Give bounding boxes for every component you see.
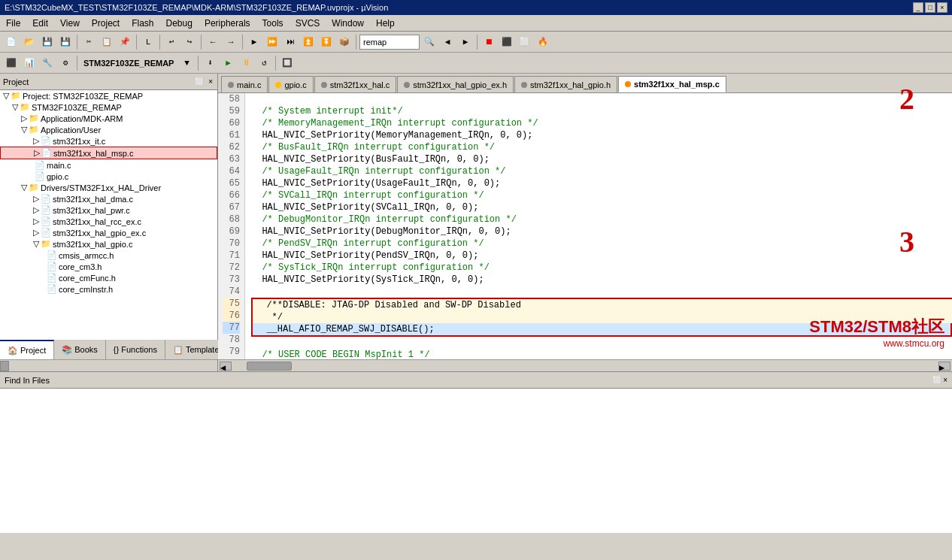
tree-stm32f1xx-it[interactable]: ▷ 📄 stm32f1xx_it.c [0, 135, 217, 147]
tab-hal-gpio-h[interactable]: stm32f1xx_hal_gpio.h [514, 76, 617, 92]
close-btn[interactable]: × [937, 2, 947, 13]
hscroll-right-btn[interactable]: ▶ [938, 362, 950, 371]
save-btn[interactable]: 💾 [39, 34, 56, 50]
tab-hal[interactable]: stm32f1xx_hal.c [314, 76, 396, 92]
tree-gpio[interactable]: 📄 gpio.c [0, 171, 217, 182]
tree-label: stm32f1xx_hal_dma.c [53, 195, 133, 204]
t2-sep3 [275, 56, 276, 71]
tree-main-project[interactable]: ▽ 📁 STM32F103ZE_REMAP [0, 101, 217, 113]
tree-core-cm3[interactable]: 📄 core_cm3.h [0, 261, 217, 272]
menu-tools[interactable]: Tools [259, 17, 287, 30]
nav-back-btn[interactable]: ← [205, 34, 221, 50]
tree-cmsis-armcc[interactable]: 📄 cmsis_armcc.h [0, 250, 217, 261]
search-input[interactable] [359, 35, 420, 50]
menu-edit[interactable]: Edit [29, 17, 51, 30]
t2-go-btn[interactable]: ▶ [220, 55, 236, 71]
tree-project-root[interactable]: ▽ 📁 Project: STM32F103ZE_REMAP [0, 90, 217, 101]
debug-btn[interactable]: ⬛ [499, 34, 515, 50]
copy-btn[interactable]: 📋 [99, 34, 115, 50]
t2-btn2[interactable]: 📊 [21, 55, 38, 71]
debug3-btn[interactable]: 🔥 [535, 34, 551, 50]
target-dropdown-btn[interactable]: ▼ [178, 55, 195, 71]
project-panel-undock[interactable]: ⬜ [193, 77, 205, 86]
tree-hal-gpio[interactable]: ▽ 📁 stm32f1xx_hal_gpio.c [0, 238, 217, 250]
menu-flash[interactable]: Flash [129, 17, 156, 30]
tree-hal-gpio-ex[interactable]: ▷ 📄 stm32f1xx_hal_gpio_ex.c [0, 227, 217, 238]
tab-books[interactable]: 📚 Books [54, 340, 106, 359]
hscroll-thumb[interactable] [247, 362, 292, 371]
menu-help[interactable]: Help [373, 17, 398, 30]
btn1[interactable]: ▶ [246, 34, 262, 50]
project-panel-close[interactable]: × [207, 77, 214, 86]
t2-btn1[interactable]: ⬛ [3, 55, 20, 71]
tree-stm32f1xx-hal-msp[interactable]: ▷ 📄 stm32f1xx_hal_msp.c [0, 147, 217, 159]
tree-main[interactable]: 📄 main.c [0, 159, 217, 171]
tree-mdk-arm[interactable]: ▷ 📁 Application/MDK-ARM [0, 113, 217, 124]
debug2-btn[interactable]: ⬜ [517, 34, 533, 50]
tab-hal-gpio-ex-h[interactable]: stm32f1xx_hal_gpio_ex.h [397, 76, 514, 92]
cut-btn[interactable]: ✂ [80, 34, 97, 50]
find-panel-undock[interactable]: ⬜ [932, 376, 941, 384]
menu-file[interactable]: File [3, 17, 23, 30]
tree-hal-pwr[interactable]: ▷ 📄 stm32f1xx_hal_pwr.c [0, 204, 217, 216]
save-all-btn[interactable]: 💾 [57, 34, 74, 50]
menu-view[interactable]: View [57, 17, 83, 30]
minimize-btn[interactable]: _ [913, 2, 923, 13]
folder-icon: 📁 [29, 125, 39, 135]
btn5[interactable]: ⏬ [318, 34, 335, 50]
btn3[interactable]: ⏭ [282, 34, 299, 50]
logo-btn[interactable]: L [140, 34, 156, 50]
menu-debug[interactable]: Debug [163, 17, 196, 30]
menu-project[interactable]: Project [89, 17, 123, 30]
tree-hal-driver[interactable]: ▽ 📁 Drivers/STM32F1xx_HAL_Driver [0, 182, 217, 193]
search-btn[interactable]: 🔍 [421, 34, 438, 50]
tab-gpio-c[interactable]: gpio.c [268, 76, 313, 92]
tree-hal-dma[interactable]: ▷ 📄 stm32f1xx_hal_dma.c [0, 193, 217, 204]
tab-dot-hal [321, 82, 327, 88]
t2-sep1 [77, 56, 77, 71]
undo-btn[interactable]: ↩ [163, 34, 180, 50]
tab-hal-msp[interactable]: stm32f1xx_hal_msp.c [618, 76, 726, 92]
search-next-btn[interactable]: ▶ [457, 34, 474, 50]
tree-app-user[interactable]: ▽ 📁 Application/User [0, 124, 217, 135]
tree-core-cmfunc[interactable]: 📄 core_cmFunc.h [0, 272, 217, 283]
hscroll-thumb[interactable] [0, 361, 9, 371]
redo-btn[interactable]: ↪ [181, 34, 198, 50]
stop-btn[interactable]: ⏹ [481, 34, 497, 50]
code-editor[interactable]: 5859606162 6364656667 6869707172 7374 75… [218, 93, 952, 359]
nav-fwd-btn[interactable]: → [223, 34, 239, 50]
search-prev-btn[interactable]: ◀ [439, 34, 456, 50]
t2-stop-btn[interactable]: ⏸ [238, 55, 254, 71]
hscroll-left-btn[interactable]: ◀ [220, 362, 232, 371]
btn2[interactable]: ⏩ [264, 34, 280, 50]
menu-bar: File Edit View Project Flash Debug Perip… [0, 15, 952, 32]
tab-main-c[interactable]: main.c [221, 76, 268, 92]
hscroll-track[interactable] [232, 362, 938, 371]
t2-btn3[interactable]: 🔧 [39, 55, 56, 71]
btn4[interactable]: ⏫ [300, 34, 317, 50]
t2-reset-btn[interactable]: ↺ [256, 55, 272, 71]
tree-hal-rcc[interactable]: ▷ 📄 stm32f1xx_hal_rcc_ex.c [0, 216, 217, 227]
open-btn[interactable]: 📂 [21, 34, 38, 50]
sep5 [242, 35, 243, 50]
tree-core-cminstr[interactable]: 📄 core_cmInstr.h [0, 283, 217, 295]
t2-load-btn[interactable]: ⬇ [202, 55, 218, 71]
editor-hscroll[interactable]: ◀ ▶ [218, 359, 952, 371]
tab-functions[interactable]: {} Functions [106, 340, 165, 359]
btn6[interactable]: 📦 [336, 34, 353, 50]
folder-icon: 📁 [11, 91, 21, 101]
tree-label: Application/MDK-ARM [41, 114, 123, 123]
file-icon: 📄 [47, 262, 57, 271]
menu-window[interactable]: Window [329, 17, 367, 30]
t2-settings-btn[interactable]: 🔲 [279, 55, 296, 71]
new-btn[interactable]: 📄 [3, 34, 20, 50]
tab-project[interactable]: 🏠 Project [0, 340, 54, 359]
menu-svcs[interactable]: SVCS [293, 17, 323, 30]
maximize-btn[interactable]: □ [925, 2, 935, 13]
t2-btn4[interactable]: ⚙ [57, 55, 74, 71]
project-hscroll[interactable] [0, 359, 217, 371]
code-text-area[interactable]: /* System interrupt init*/ /* MemoryMana… [245, 93, 952, 359]
paste-btn[interactable]: 📌 [117, 34, 133, 50]
find-panel-close[interactable]: × [943, 376, 947, 384]
menu-peripherals[interactable]: Peripherals [202, 17, 253, 30]
